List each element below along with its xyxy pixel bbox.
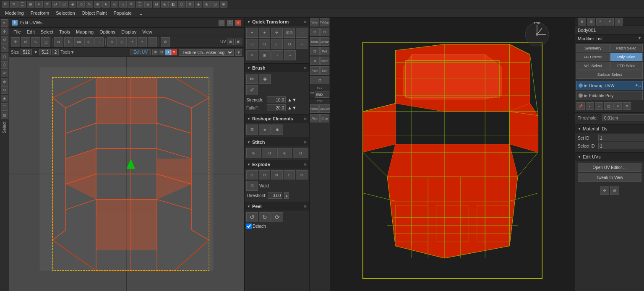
mod-btn-poly-select[interactable]: Poly Selec — [610, 53, 643, 61]
menu-freeform[interactable]: Freeform — [27, 10, 53, 16]
size-w[interactable]: 512 — [21, 49, 32, 55]
open-uv-editor-btn[interactable]: Open UV Editor ... — [578, 163, 641, 172]
rp-tb-btn-settings[interactable]: ⚙ — [623, 102, 631, 110]
qt-btn-b1[interactable]: ≡ — [246, 50, 258, 60]
uv-tb-move[interactable]: ✛ — [11, 37, 20, 47]
reshape-header[interactable]: ▼ Reshape Elements ⚙ — [245, 114, 309, 123]
menu-selection[interactable]: Selection — [52, 10, 78, 16]
uv-tb-rotate[interactable]: ↺ — [21, 37, 30, 47]
toolbar-icon-17[interactable]: ☰ — [136, 1, 143, 8]
uv-tb-mirror-v[interactable]: ⇕ — [64, 37, 73, 47]
mt-crop-btn[interactable]: Crop — [320, 114, 330, 122]
toolbar-icon-25[interactable]: ⊞ — [203, 1, 211, 8]
stitch-btn-4[interactable]: ⊡ — [293, 148, 308, 158]
menu-modeling[interactable]: Modeling — [2, 10, 27, 16]
mod-btn-surface-select[interactable]: Surface Select — [576, 70, 643, 79]
peel-settings-icon[interactable]: ⚙ — [304, 205, 307, 208]
uv-tb-3[interactable]: ≡≡ — [74, 37, 83, 47]
modifier-item-unwrap[interactable]: ▶ Unwrap UVW 👁 □ — [576, 81, 643, 90]
sidebar-btn-8[interactable]: ⊕ — [1, 78, 8, 86]
sidebar-btn-9[interactable]: ✂ — [1, 86, 8, 94]
mt-mirror-btn[interactable]: ⇔ — [310, 57, 320, 65]
mt-norm-btn[interactable]: Norm. — [310, 104, 319, 113]
brush-cube-btn[interactable]: ◈ — [259, 74, 271, 84]
toolbar-icon-27[interactable]: ⊕ — [220, 1, 227, 8]
qt-btn-align4[interactable]: ⊡ — [284, 39, 295, 49]
toolbar-icon-6[interactable]: ⟳ — [44, 1, 51, 8]
qt-btn-grid[interactable]: ⊞⊞ — [284, 28, 295, 38]
mod-eye-icon[interactable]: 👁 — [635, 84, 638, 88]
uv-tb-7[interactable]: + — [138, 37, 147, 47]
toolbar-icon-12[interactable]: ⊕ — [94, 1, 102, 8]
edit-uv-btn[interactable]: Edit UV — [130, 49, 151, 55]
sidebar-btn-5[interactable]: ◻ — [1, 53, 8, 60]
toolbar-icon-11[interactable]: ∿ — [86, 1, 93, 8]
toolbar-icon-8[interactable]: ⊡ — [60, 1, 68, 8]
toolbar-icon-16[interactable]: ≡ — [128, 1, 135, 8]
mt-sort-btn[interactable]: Sort — [320, 66, 330, 75]
mt-iron-btn[interactable]: ⊞ — [310, 28, 320, 36]
uv-menu-mapping[interactable]: Mapping — [73, 29, 96, 35]
explode-btn-3[interactable]: ⊞ — [271, 170, 283, 179]
stitch-btn-1[interactable]: ⊞ — [246, 148, 261, 158]
stitch-header[interactable]: ▼ Stitch ⚙ — [245, 138, 309, 146]
toolbar-icon-9[interactable]: ◈ — [69, 1, 76, 8]
explode-settings-icon[interactable]: ⚙ — [304, 163, 307, 166]
mt-wire-btn[interactable]: Wire — [310, 18, 319, 26]
texture-dropdown[interactable]: Texture Ch...ecker.png — [179, 49, 234, 56]
threshold-spin[interactable]: ▲ — [284, 192, 289, 199]
mod-btn-ffd-select[interactable]: FFD Selec — [610, 62, 643, 70]
peel-btn-3[interactable]: ⟳ — [271, 212, 283, 222]
weld-btn-1[interactable]: ⊞ — [246, 181, 258, 191]
qt-btn-plus2[interactable]: + — [259, 28, 271, 38]
rp-icon-1[interactable]: ⊕ — [578, 18, 586, 26]
mt-split-btn[interactable]: ⊡ — [320, 28, 330, 36]
uv-tb-mirror-h[interactable]: ⇔ — [54, 37, 63, 47]
sidebar-btn-11[interactable]: ⌒ — [1, 103, 8, 111]
qt-settings-icon[interactable]: ⚙ — [304, 20, 307, 24]
tweak-in-view-btn[interactable]: Tweak In View — [578, 173, 641, 182]
menu-more[interactable]: ... — [135, 10, 146, 16]
material-ids-header[interactable]: ▼ Material IDs — [575, 125, 644, 133]
mt-relax-btn[interactable]: Relax — [310, 37, 320, 46]
menu-object-paint[interactable]: Object Paint — [78, 10, 110, 16]
uv-tb-options[interactable]: ⚙ — [161, 37, 170, 47]
qt-btn-b3[interactable]: + — [271, 50, 283, 60]
size-val[interactable]: 2 — [52, 49, 59, 55]
sidebar-btn-rotate[interactable]: ↺ — [1, 36, 8, 44]
toolbar-icon-13[interactable]: 6 — [102, 1, 110, 8]
mod-btn-ffd[interactable]: FFD 2x2x2 — [576, 53, 610, 61]
mod-box-icon[interactable]: □ — [639, 84, 641, 88]
peel-btn-2[interactable]: ↻ — [259, 212, 271, 222]
toolbar-icon-7[interactable]: ⇄ — [52, 1, 60, 8]
toolbar-icon-15[interactable]: ⌂ — [119, 1, 127, 8]
toolbar-icon-18[interactable]: ⊞ — [144, 1, 152, 8]
stitch-btn-3[interactable]: ⊞ — [277, 148, 292, 158]
sidebar-btn-6[interactable]: ⬡ — [1, 61, 8, 69]
sidebar-btn-7[interactable]: ✐ — [1, 70, 8, 77]
mt-pack-btn[interactable]: Pack — [310, 66, 320, 75]
uv-menu-edit[interactable]: Edit — [24, 29, 37, 35]
uv-toolbar-btn-3[interactable]: U — [165, 49, 171, 55]
mod-btn-symmetry[interactable]: Symmetry — [576, 44, 610, 52]
rp-icon-4[interactable]: ✕ — [605, 18, 614, 26]
mt-align-btn[interactable]: Align — [310, 114, 320, 122]
uv-tb-grid[interactable]: ⊞ — [117, 37, 127, 47]
menu-populate[interactable]: Populate — [110, 10, 135, 16]
uv-menu-select[interactable]: Select — [38, 29, 56, 35]
detach-checkbox[interactable] — [246, 223, 252, 229]
reshape-btn-1[interactable]: ⊞ — [246, 125, 258, 135]
strength-spin[interactable]: ▲▼ — [287, 97, 297, 102]
toolbar-icon-4[interactable]: ⊞ — [27, 1, 34, 8]
toolbar-icon-26[interactable]: ⊡ — [211, 1, 219, 8]
stitch-btn-2[interactable]: ⊡ — [262, 148, 276, 158]
explode-btn-4[interactable]: ⊡ — [284, 170, 295, 179]
sidebar-btn-10[interactable]: ◈ — [1, 95, 8, 102]
mt-rect-btn[interactable]: ⊡ — [310, 47, 320, 55]
toolbar-icon-19[interactable]: ⊟ — [153, 1, 160, 8]
explode-btn-5[interactable]: ⊞ — [296, 170, 308, 179]
uv-swap-btn[interactable]: S — [171, 49, 177, 55]
qt-btn-right[interactable]: → — [296, 28, 308, 38]
reshape-btn-2[interactable]: ◈ — [259, 125, 271, 135]
uv-tb-8[interactable]: → — [148, 37, 157, 47]
